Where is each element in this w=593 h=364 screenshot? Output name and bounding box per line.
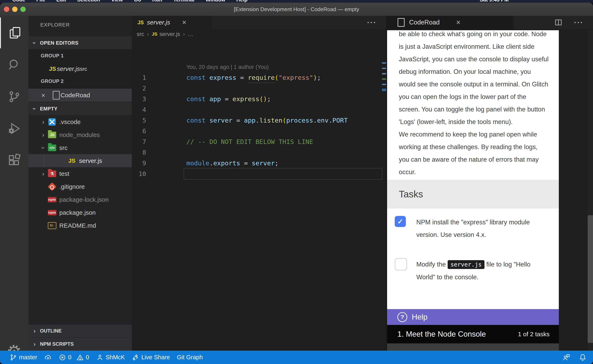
breadcrumb[interactable]: src › JS server.js › … [132,29,386,39]
statusbar-right [562,353,587,362]
code-line-9: module.exports = server; [186,158,279,169]
line-number: 6 [132,126,146,136]
chevron-right-icon: › [41,132,46,138]
more-actions-icon[interactable]: ··· [367,19,377,26]
notifications-bell-icon[interactable] [579,353,587,362]
chevron-right-icon: › [32,328,37,334]
git-branch-item[interactable]: master [9,354,37,361]
project-name-label: EMPTY [40,106,57,112]
js-file-icon: JS [136,18,145,27]
line-number: 1 [132,72,146,83]
account-name: ShMcK [106,354,125,361]
file-icon [397,18,406,27]
editor-group-code: JS server.js × ··· src › JS server.js › … [132,16,386,351]
coderoad-more-actions[interactable]: ··· [574,16,584,29]
line-number: 4 [132,104,146,115]
problems-item[interactable]: 0 0 [59,354,89,361]
explorer-icon[interactable] [0,18,29,48]
help-label: Help [412,313,427,321]
run-debug-icon[interactable] [0,113,28,144]
status-bar: master 0 0 ShMcK Live Share Git Graph [0,351,593,364]
js-file-icon: JS [67,156,76,165]
lesson-title: 1. Meet the Node Console [397,330,486,338]
webview-scrollbar[interactable] [588,30,593,351]
menu-view[interactable]: View [111,0,123,2]
node-modules-folder-icon: JS [48,130,56,139]
code-editor[interactable]: You, 20 days ago | 1 author (You) 1 2 3 … [132,39,386,351]
line-number: 3 [132,94,146,104]
open-editors-label: OPEN EDITORS [40,40,79,46]
menu-window[interactable]: Window [206,0,225,2]
breadcrumb-more[interactable]: … [188,31,193,37]
editor-group2-label: GROUP 2 [41,78,64,84]
task2-checkbox-unchecked[interactable] [395,258,407,270]
tab-coderoad[interactable]: CodeRoad × [386,16,514,29]
git-graph-item[interactable]: Git Graph [177,354,203,361]
tab-serverjs[interactable]: JS server.js × [132,16,212,29]
tab-label: server.js [147,19,170,26]
close-tab-icon[interactable]: × [456,18,460,27]
chevron-down-icon: › [40,145,46,150]
live-share-item[interactable]: Live Share [132,354,170,361]
vscode-folder-icon [48,118,56,126]
person-icon [96,354,104,361]
file-icon [52,91,60,99]
coderoad-tabbar: CodeRoad × ··· [386,16,593,29]
titlebar[interactable]: [Extension Development Host] - CodeRoad … [0,3,593,16]
breadcrumb-src[interactable]: src [137,31,144,37]
line-number: 7 [132,136,146,147]
tasks-section-header: Tasks [387,180,559,208]
task1-checkbox-checked[interactable]: ✓ [395,216,406,227]
webview-footer-strip [387,344,559,351]
extensions-icon[interactable] [0,145,28,176]
menu-help[interactable]: Help [236,0,247,2]
indent-guide [44,154,44,167]
publish-item[interactable] [44,354,52,361]
chevron-right-icon: › [32,341,37,347]
git-icon [48,182,56,191]
workbench: EXPLORER › OPEN EDITORS GROUP 1 JS serve… [0,16,593,351]
coderoad-webview: be able to check what's going on in your… [387,30,559,351]
warning-count: 0 [86,354,89,361]
lesson-bar[interactable]: 1. Meet the Node Console 1 of 2 tasks [387,325,559,344]
warnings-icon [76,354,84,361]
menu-terminal[interactable]: Terminal [173,0,194,2]
task1-text: NPM install the "express" library module… [416,216,552,241]
more-actions-icon[interactable]: ··· [574,19,584,26]
close-tab-icon[interactable]: × [182,18,186,27]
search-icon[interactable] [0,49,28,80]
menu-go[interactable]: Go [134,0,141,2]
editor-group-coderoad: CodeRoad × ··· be able to check what's g… [386,16,593,351]
lesson-paragraph: be able to check what's going on in your… [399,30,549,178]
breadcrumb-file[interactable]: server.js [159,31,180,37]
source-control-icon[interactable] [0,81,28,112]
menu-selection[interactable]: Selection [77,0,100,2]
editor-actions[interactable]: ··· [367,16,377,29]
markdown-icon: M↓ [48,221,56,230]
feedback-icon[interactable] [562,353,570,362]
code-line-1: const express = require("express"); [186,72,352,83]
live-share-label: Live Share [141,354,170,361]
menu-items: CodeFileEditSelectionViewGoRunTerminalWi… [12,0,259,3]
menu-edit[interactable]: Edit [56,0,66,2]
chevron-right-icon: › [147,31,149,37]
menu-run[interactable]: Run [152,0,162,2]
help-bar[interactable]: ? Help [387,309,559,325]
npm-icon: npm [48,208,56,217]
account-item[interactable]: ShMcK [96,354,125,361]
webview-scrollbar-thumb[interactable] [588,215,593,343]
menu-code[interactable]: Code [12,0,25,2]
tab-label: CodeRoad [409,19,440,26]
errors-icon [59,354,66,361]
split-editor-button[interactable] [554,16,563,29]
vscode-window: [Extension Development Host] - CodeRoad … [0,3,593,364]
test-folder-icon: ⚗ [48,169,56,178]
chevron-right-icon: › [41,171,46,177]
help-icon: ? [397,312,407,322]
menubar-clock: Sat 9:43 PM [480,0,509,3]
live-share-icon [132,354,139,361]
menu-file[interactable]: File [36,0,45,2]
code-line-3: const app = express(); [186,94,271,104]
lesson-progress: 1 of 2 tasks [518,331,550,338]
close-icon[interactable]: × [41,91,47,99]
